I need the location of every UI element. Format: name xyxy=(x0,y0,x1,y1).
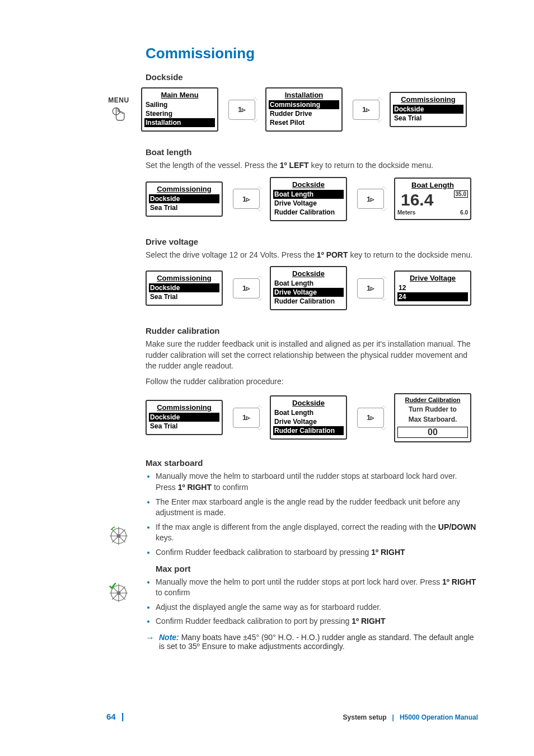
key-right[interactable]: 1▹ xyxy=(357,408,384,428)
manual-label: H5000 Operation Manual xyxy=(400,713,478,721)
max-starboard-heading: Max starboard xyxy=(146,458,478,468)
page-footer: 64 | System setup | H5000 Operation Manu… xyxy=(106,711,478,722)
screen-boat-length: Boat Length 16.4 35.0 Meters 6.0 xyxy=(394,178,471,220)
screen-dockside: Dockside Boat Length Drive Voltage Rudde… xyxy=(270,395,347,440)
screen-drive-voltage: Drive Voltage 12 24 xyxy=(394,270,471,306)
divider-icon: | xyxy=(121,711,124,722)
max-port-heading: Max port xyxy=(156,564,478,573)
boat-length-heading: Boat length xyxy=(146,147,478,157)
drive-voltage-flow: Commissioning Dockside Sea Trial 1▹ Dock… xyxy=(146,266,478,310)
list-item: Manually move the helm to starboard unti… xyxy=(156,471,478,493)
screen-commissioning: Commissioning Dockside Sea Trial xyxy=(390,92,467,127)
touch-icon xyxy=(109,105,129,125)
screen-commissioning: Commissioning Dockside Sea Trial xyxy=(146,270,223,306)
dockside-flow: Main Menu Sailing Steering Installation … xyxy=(106,87,478,132)
list-item: Adjust the displayed angle the same way … xyxy=(156,602,478,613)
page-number: 64 xyxy=(106,712,116,721)
section-label: System setup xyxy=(343,713,387,721)
key-right[interactable]: 1▹ xyxy=(353,100,380,120)
menu-label: MENU xyxy=(106,96,131,104)
helm-wheel-icon xyxy=(106,526,131,548)
key-right[interactable]: 1▹ xyxy=(233,189,260,209)
helm-wheel-check-icon xyxy=(106,583,131,605)
note-label: Note: xyxy=(159,633,179,642)
key-right[interactable]: 1▹ xyxy=(357,189,384,209)
rudder-cal-p1: Make sure the rudder feedback unit is in… xyxy=(146,339,478,372)
list-item: Confirm Rudder feedback calibration to p… xyxy=(156,616,478,627)
page-title: Commissioning xyxy=(146,45,478,62)
note: → Note: Many boats have ±45° (90° H.O. -… xyxy=(146,633,478,651)
boat-length-value: 16.4 xyxy=(397,190,433,209)
list-item: Confirm Rudder feedback calibration to s… xyxy=(156,547,478,558)
rudder-cal-flow: Commissioning Dockside Sea Trial 1▹ Dock… xyxy=(146,393,478,443)
menu-touch-icon: MENU xyxy=(106,96,131,128)
screen-dockside: Dockside Boat Length Drive Voltage Rudde… xyxy=(270,177,347,221)
screen-commissioning: Commissioning Dockside Sea Trial xyxy=(146,181,223,217)
note-text: Many boats have ±45° (90° H.O. - H.O.) r… xyxy=(159,633,474,651)
drive-voltage-text: Select the drive voltage 12 or 24 Volts.… xyxy=(146,250,478,261)
screen-commissioning: Commissioning Dockside Sea Trial xyxy=(146,400,223,435)
arrow-icon: → xyxy=(146,633,154,643)
drive-voltage-heading: Drive voltage xyxy=(146,237,478,246)
boat-length-flow: Commissioning Dockside Sea Trial 1▹ Dock… xyxy=(146,177,478,221)
list-item: The Enter max starboard angle is the ang… xyxy=(156,497,478,519)
key-right[interactable]: 1▹ xyxy=(228,100,255,120)
key-right[interactable]: 1▹ xyxy=(233,408,260,428)
key-right[interactable]: 1▹ xyxy=(233,278,260,298)
rudder-cal-p2: Follow the rudder calibration procedure: xyxy=(146,376,478,388)
rudder-cal-heading: Rudder calibration xyxy=(146,326,478,335)
screen-dockside: Dockside Boat Length Drive Voltage Rudde… xyxy=(270,266,347,310)
screen-rudder-cal: Rudder Calibration Turn Rudder to Max St… xyxy=(394,393,471,443)
screen-installation: Installation Commissioning Rudder Drive … xyxy=(265,87,343,132)
divider-icon: | xyxy=(392,713,394,721)
boat-length-text: Set the length of the vessel. Press the … xyxy=(146,160,478,171)
max-port-list: Manually move the helm to port until the… xyxy=(146,577,478,627)
dockside-heading: Dockside xyxy=(146,72,478,82)
list-item: If the max angle is different from the a… xyxy=(156,522,478,544)
key-right[interactable]: 1▹ xyxy=(357,278,384,298)
screen-main-menu: Main Menu Sailing Steering Installation xyxy=(141,87,218,132)
list-item: Manually move the helm to port until the… xyxy=(156,577,478,599)
max-starboard-list: Manually move the helm to starboard unti… xyxy=(146,471,478,558)
